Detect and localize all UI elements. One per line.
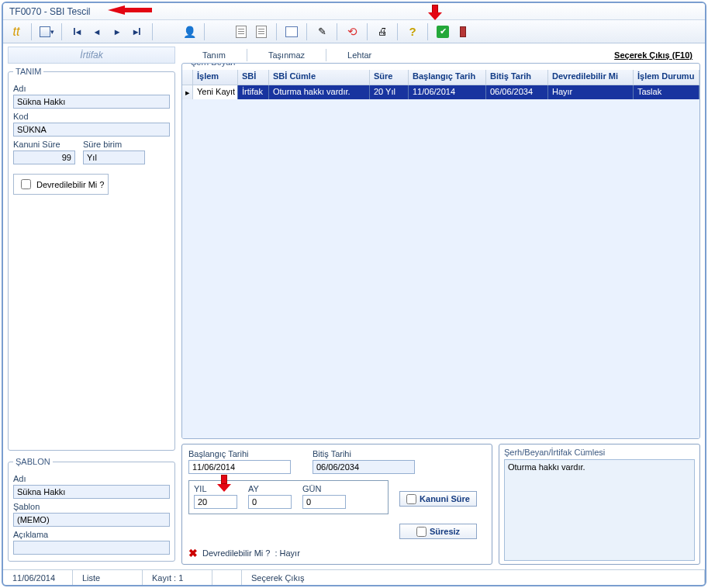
devredilebilir-checkbox[interactable] [21,179,31,189]
annotation-arrow-yil [217,475,231,492]
cell-sbi-cumle: Oturma hakkı vardır. [269,85,370,99]
baslangic-input[interactable] [188,460,291,474]
toolbar-separator [306,23,307,40]
bitis-input[interactable] [313,460,415,474]
kod-input[interactable] [13,123,170,137]
col-baslangic[interactable]: Başlangıç Tarih [409,70,486,85]
status-empty [212,570,242,585]
kanuni-sure-check[interactable] [406,494,416,504]
tab-lehtar[interactable]: Lehtar [326,47,392,63]
memo-legend: Şerh/Beyan/İrtifak Cümlesi [504,448,695,457]
col-devredilebilir[interactable]: Devredilebilir Mi [548,70,634,85]
window-title: TF0070 - SBI Tescil [9,6,90,17]
grid-header-row: İşlem SBİ SBİ Cümle Süre Başlangıç Tarih… [182,70,699,85]
col-sbi[interactable]: SBİ [238,70,269,85]
home-icon[interactable]: tt [8,23,25,40]
sure-birim-label: Süre birim [83,140,145,149]
app-window: TF0070 - SBI Tescil tt ▾ I◂ ◂ ▸ ▸I 👤 ✎ ⟲… [2,2,706,586]
sablon-adi-input[interactable] [13,485,170,499]
annotation-arrow-left [108,5,125,15]
exit-icon[interactable] [454,23,471,40]
col-bitis[interactable]: Bitiş Tarih [486,70,548,85]
baslangic-label: Başlangıç Tarihi [188,449,291,458]
toolbar-separator [152,23,153,40]
person-icon[interactable]: 👤 [181,23,198,40]
grid-row-selected[interactable]: ▸ Yeni Kayıt İrtifak Oturma hakkı vardır… [182,85,699,99]
side-buttons: Kanuni Süre Süresiz [399,474,477,539]
cell-sure: 20 Yıl [370,85,409,99]
doc-icon-1[interactable] [233,23,250,40]
toolbar-separator [427,23,428,40]
suresiz-check[interactable] [416,527,427,537]
sablon-fieldset: ŞABLON Adı Şablon Açıklama [8,457,175,562]
bottom-edit-area: Başlangıç Tarihi Bitiş Tarihi [181,444,700,565]
toolbar-separator [276,23,277,40]
sablon-input[interactable] [13,513,170,527]
devredilebilir-checkbox-wrap[interactable]: Devredilebilir Mi ? [13,174,109,195]
cell-islem-durumu: Taslak [634,85,699,99]
sure-birim-input[interactable] [83,150,145,164]
kanuni-sure-label: Kanuni Süre [13,140,75,149]
left-pane: İrtifak TANIM Adı Kod Kanuni Süre Süre b… [3,43,180,569]
edit-icon[interactable]: ✎ [313,23,330,40]
status-date: 11/06/2014 [3,570,73,585]
first-record-icon[interactable]: I◂ [68,23,85,40]
prev-record-icon[interactable]: ◂ [88,23,105,40]
annotation-arrow-top [428,5,442,20]
devr-label: Devredilebilir Mi ? [202,548,270,558]
tanim-legend: TANIM [13,67,43,76]
tab-tasinmaz[interactable]: Taşınmaz [247,47,326,63]
cell-baslangic: 11/06/2014 [409,85,486,99]
sablon-legend: ŞABLON [13,457,53,466]
status-secerek[interactable]: Seçerek Çıkış [242,570,705,585]
ay-label: AY [248,484,292,493]
form-icon[interactable] [283,23,300,40]
gun-input[interactable] [302,495,346,509]
tabs: Tanım Taşınmaz Lehtar Seçerek Çıkış (F10… [181,47,700,64]
memo-textarea[interactable]: Oturma hakkı vardır. [504,459,695,561]
bitis-label: Bitiş Tarihi [313,449,415,458]
secerek-cikis-link[interactable]: Seçerek Çıkış (F10) [606,48,700,62]
grid-frame: Şerh Beyan İşlem SBİ SBİ Cümle Süre Başl… [181,63,700,439]
status-liste[interactable]: Liste [73,570,143,585]
main-area: İrtifak TANIM Adı Kod Kanuni Süre Süre b… [3,43,705,569]
print-icon[interactable]: 🖨 [374,23,391,40]
x-icon: ✖ [188,547,198,559]
sablon-label: Şablon [13,502,170,511]
kanuni-sure-input[interactable] [13,150,75,164]
memo-frame: Şerh/Beyan/İrtifak Cümlesi Oturma hakkı … [499,444,700,565]
tanim-fieldset: TANIM Adı Kod Kanuni Süre Süre birim [8,67,175,451]
tab-tanim[interactable]: Tanım [181,47,247,63]
toolbar-separator [367,23,368,40]
sablon-adi-label: Adı [13,474,170,483]
kod-label: Kod [13,112,170,121]
date-frame: Başlangıç Tarihi Bitiş Tarihi [181,444,492,565]
calendar-icon[interactable]: ▾ [38,23,55,40]
col-sbi-cumle[interactable]: SBİ Cümle [269,70,370,85]
cell-islem: Yeni Kayıt [193,85,238,99]
statusbar: 11/06/2014 Liste Kayıt : 1 Seçerek Çıkış [3,569,705,585]
next-record-icon[interactable]: ▸ [109,23,126,40]
yil-input[interactable] [194,495,237,509]
toolbar-separator [31,23,32,40]
status-kayit: Kayıt : 1 [143,570,212,585]
doc-icon-2[interactable] [253,23,270,40]
help-icon[interactable]: ? [404,23,421,40]
adi-input[interactable] [13,95,170,109]
col-islem-durumu[interactable]: İşlem Durumu [634,70,699,85]
confirm-icon[interactable] [434,23,451,40]
gun-label: GÜN [302,484,346,493]
kanuni-sure-button[interactable]: Kanuni Süre [399,491,477,507]
last-record-icon[interactable]: ▸I [129,23,146,40]
col-sure[interactable]: Süre [370,70,409,85]
toolbar-separator [204,23,205,40]
col-islem[interactable]: İşlem [193,70,238,85]
banner: İrtifak [8,47,175,64]
aciklama-input[interactable] [13,541,170,555]
suresiz-button[interactable]: Süresiz [399,524,477,539]
toolbar: tt ▾ I◂ ◂ ▸ ▸I 👤 ✎ ⟲ 🖨 ? [3,20,705,43]
row-marker: ▸ [182,85,193,99]
ay-input[interactable] [248,495,292,509]
aciklama-label: Açıklama [13,530,170,539]
refresh-icon[interactable]: ⟲ [344,23,361,40]
